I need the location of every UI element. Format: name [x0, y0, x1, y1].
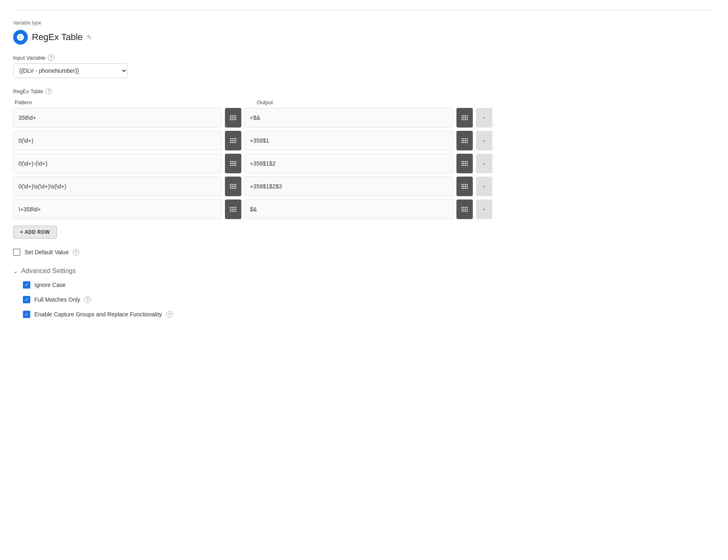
variable-type-label: Variable type [13, 20, 715, 26]
svg-rect-46 [467, 138, 468, 139]
svg-rect-24 [467, 119, 468, 120]
edit-icon[interactable]: ✎ [87, 34, 92, 41]
svg-rect-84 [235, 188, 236, 189]
svg-rect-8 [234, 117, 235, 119]
advanced-options-container: ✓Ignore Case✓Full Matches Only?✓Enable C… [13, 281, 715, 318]
svg-rect-7 [234, 115, 235, 116]
svg-rect-55 [234, 161, 235, 162]
svg-rect-58 [235, 161, 236, 162]
svg-rect-1 [230, 115, 231, 116]
output-input-2[interactable] [245, 154, 453, 173]
svg-rect-111 [462, 211, 463, 212]
advanced-settings-section: ⌄ Advanced Settings ✓Ignore Case✓Full Ma… [13, 267, 715, 318]
svg-rect-18 [463, 119, 465, 120]
svg-rect-33 [234, 142, 235, 143]
output-icon-btn-1[interactable] [456, 131, 473, 150]
output-input-1[interactable] [245, 131, 453, 150]
pattern-input-3[interactable] [13, 177, 222, 196]
advanced-option-help-icon-1[interactable]: ? [84, 296, 91, 303]
remove-row-btn-2[interactable]: - [476, 154, 492, 173]
svg-rect-50 [230, 163, 231, 164]
svg-rect-119 [467, 209, 468, 210]
pattern-input-1[interactable] [13, 131, 222, 150]
svg-rect-16 [463, 115, 465, 116]
advanced-option-row-2: ✓Enable Capture Groups and Replace Funct… [23, 311, 715, 318]
svg-rect-11 [235, 117, 236, 119]
svg-rect-74 [230, 186, 231, 187]
svg-rect-13 [462, 115, 463, 116]
pattern-icon-btn-3[interactable] [225, 177, 241, 196]
pattern-input-4[interactable] [13, 199, 222, 219]
pattern-icon-btn-4[interactable] [225, 199, 241, 219]
set-default-checkbox[interactable] [13, 249, 20, 256]
output-input-0[interactable] [245, 108, 453, 128]
pattern-icon-btn-1[interactable] [225, 131, 241, 150]
svg-rect-97 [230, 207, 231, 208]
svg-rect-23 [467, 117, 468, 119]
pattern-input-0[interactable] [13, 108, 222, 128]
advanced-settings-title: Advanced Settings [21, 267, 76, 275]
input-variable-help-icon[interactable]: ? [48, 54, 54, 61]
svg-rect-109 [462, 207, 463, 208]
svg-rect-39 [462, 142, 463, 143]
advanced-option-checkbox-2[interactable]: ✓ [23, 311, 30, 318]
svg-rect-26 [230, 140, 231, 141]
output-input-3[interactable] [245, 177, 453, 196]
svg-rect-96 [467, 188, 468, 189]
svg-rect-61 [462, 161, 463, 162]
svg-rect-72 [467, 165, 468, 166]
svg-rect-29 [232, 140, 233, 141]
svg-rect-37 [462, 138, 463, 139]
svg-rect-83 [235, 186, 236, 187]
advanced-settings-header[interactable]: ⌄ Advanced Settings [13, 267, 715, 275]
table-row: - [13, 108, 715, 128]
set-default-help-icon[interactable]: ? [73, 249, 79, 255]
regex-table-help-icon[interactable]: ? [45, 88, 52, 94]
svg-rect-43 [465, 138, 466, 139]
remove-row-btn-1[interactable]: - [476, 131, 492, 150]
remove-row-btn-4[interactable]: - [476, 199, 492, 219]
svg-rect-48 [467, 142, 468, 143]
pattern-col-header: Pattern [13, 99, 234, 105]
advanced-option-checkbox-0[interactable]: ✓ [23, 281, 30, 289]
advanced-option-label-2: Enable Capture Groups and Replace Functi… [34, 311, 162, 318]
svg-rect-47 [467, 140, 468, 141]
svg-rect-105 [234, 211, 235, 212]
output-icon-btn-3[interactable] [456, 177, 473, 196]
svg-rect-93 [465, 188, 466, 189]
svg-rect-53 [232, 163, 233, 164]
output-icon-btn-0[interactable] [456, 108, 473, 128]
svg-rect-70 [467, 161, 468, 162]
svg-rect-112 [463, 207, 465, 208]
advanced-option-help-icon-2[interactable]: ? [166, 311, 173, 318]
pattern-icon-btn-2[interactable] [225, 154, 241, 173]
svg-rect-31 [234, 138, 235, 139]
svg-rect-100 [232, 207, 233, 208]
advanced-option-checkbox-1[interactable]: ✓ [23, 296, 30, 303]
remove-row-btn-0[interactable]: - [476, 108, 492, 128]
svg-rect-20 [465, 117, 466, 119]
svg-rect-107 [235, 209, 236, 210]
input-variable-label: Input Variable ? [13, 54, 715, 61]
svg-rect-32 [234, 140, 235, 141]
pattern-input-2[interactable] [13, 154, 222, 173]
advanced-chevron-icon: ⌄ [13, 268, 18, 274]
pattern-icon-btn-0[interactable] [225, 108, 241, 128]
svg-rect-35 [235, 140, 236, 141]
svg-rect-120 [467, 211, 468, 212]
output-icon-btn-2[interactable] [456, 154, 473, 173]
input-variable-select[interactable]: {{DLV - phoneNumber}} [13, 63, 128, 78]
svg-rect-52 [232, 161, 233, 162]
add-row-button[interactable]: + ADD ROW [13, 226, 57, 239]
svg-rect-108 [235, 211, 236, 212]
svg-rect-98 [230, 209, 231, 210]
svg-rect-101 [232, 209, 233, 210]
output-input-4[interactable] [245, 199, 453, 219]
svg-rect-77 [232, 186, 233, 187]
advanced-option-row-0: ✓Ignore Case [23, 281, 715, 289]
remove-row-btn-3[interactable]: - [476, 177, 492, 196]
svg-rect-75 [230, 188, 231, 189]
output-icon-btn-4[interactable] [456, 199, 473, 219]
svg-rect-99 [230, 211, 231, 212]
svg-rect-21 [465, 119, 466, 120]
